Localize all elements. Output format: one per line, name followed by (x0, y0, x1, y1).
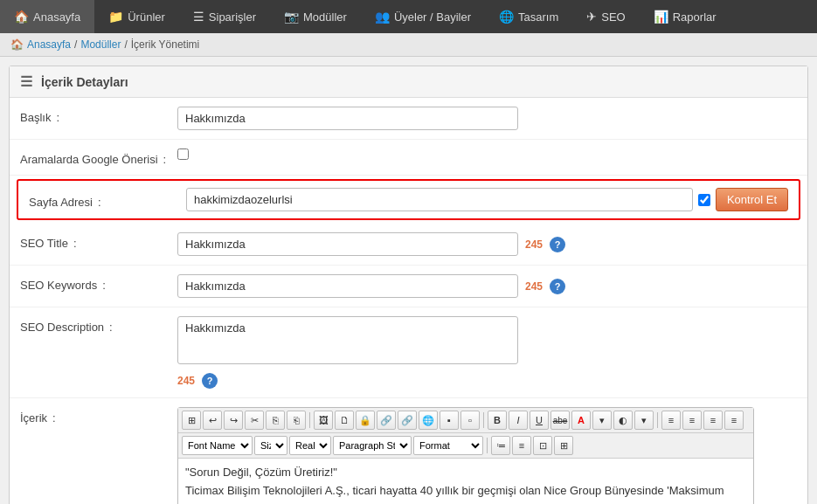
nav-moduller-label: Modüller (303, 10, 347, 24)
editor-paragraph-select[interactable]: Paragraph Sty... (333, 436, 412, 455)
main-content-panel: ☰ İçerik Detayları Başlık : Aramalarda G… (9, 66, 808, 504)
nav-raporlar-label: Raporlar (673, 10, 717, 24)
toolbar-sep-3 (657, 412, 658, 428)
editor-btn-copy[interactable]: ⎘ (266, 411, 285, 430)
editor-content-line1: "Sorun Değil, Çözüm Üretiriz!" (185, 466, 746, 479)
editor-btn-underline[interactable]: U (530, 411, 549, 430)
editor-btn-italic[interactable]: I (509, 411, 528, 430)
editor-toolbar-bottom: Font Name Size Real... Paragraph Sty... … (178, 433, 753, 459)
seo-keywords-value: 245 ? (177, 274, 797, 298)
icerik-value: ⊞ ↩ ↪ ✂ ⎘ ⎗ 🖼 🗋 🔒 🔗 🔗 🌐 ▪ ▫ B (177, 407, 797, 504)
nav-urunler-label: Ürünler (128, 10, 165, 24)
editor-btn-redo[interactable]: ↪ (224, 411, 243, 430)
nav-urunler[interactable]: 📁 Ürünler (94, 0, 179, 33)
module-icon: 📷 (284, 10, 299, 24)
seo-title-help-icon[interactable]: ? (550, 237, 565, 252)
seo-desc-row: SEO Description : 245 ? (10, 307, 807, 398)
editor-btn-bold[interactable]: B (488, 411, 507, 430)
editor-content-line2: Ticimax Bilişim Teknolojileri A.Ş., tica… (185, 484, 746, 497)
sayfa-label: Sayfa Adresi : (29, 191, 186, 209)
editor-btn-highlight[interactable]: ◐ (613, 411, 633, 430)
editor-btn-color-arrow[interactable]: ▾ (592, 411, 612, 430)
editor-btn-color[interactable]: A (571, 411, 591, 430)
editor-real-select[interactable]: Real... (289, 436, 331, 455)
seo-desc-value: 245 ? (177, 316, 797, 389)
seo-keywords-row: SEO Keywords : 245 ? (10, 266, 807, 307)
editor-btn-lock[interactable]: 🔒 (356, 411, 375, 430)
nav-seo-label: SEO (601, 10, 625, 24)
nav-uyeler-label: Üyeler / Bayiler (394, 10, 471, 24)
seo-title-value: 245 ? (177, 232, 797, 256)
sayfa-input[interactable] (186, 188, 693, 211)
seo-icon: ✈ (586, 10, 597, 24)
editor-btn-align-center[interactable]: ≡ (682, 411, 702, 430)
seo-keywords-input[interactable] (177, 274, 518, 298)
nav-siparisler[interactable]: ☰ Siparişler (179, 0, 270, 33)
users-icon: 👥 (375, 10, 390, 24)
editor-font-name-select[interactable]: Font Name (182, 436, 253, 455)
editor-btn-strikethrough[interactable]: abe (550, 411, 570, 430)
editor-wrapper: ⊞ ↩ ↪ ✂ ⎘ ⎗ 🖼 🗋 🔒 🔗 🔗 🌐 ▪ ▫ B (177, 407, 754, 504)
google-row: Aramalarda Google Önerisi : (10, 140, 807, 176)
editor-btn-indent[interactable]: ⊡ (533, 436, 552, 455)
section-header: ☰ İçerik Detayları (10, 66, 807, 98)
editor-btn-paste[interactable]: ⎗ (287, 411, 306, 430)
editor-btn-cut[interactable]: ✂ (245, 411, 264, 430)
breadcrumb-current: İçerik Yönetimi (131, 38, 199, 51)
editor-btn-align-justify[interactable]: ≡ (724, 411, 744, 430)
design-icon: 🌐 (499, 10, 514, 24)
nav-raporlar[interactable]: 📊 Raporlar (640, 0, 730, 33)
editor-format-select[interactable]: Format (413, 436, 483, 455)
seo-keywords-help-icon[interactable]: ? (550, 279, 565, 294)
baslik-row: Başlık : (10, 98, 807, 140)
editor-size-select[interactable]: Size (254, 436, 287, 455)
editor-btn-outdent[interactable]: ⊞ (554, 436, 573, 455)
editor-btn-align-right[interactable]: ≡ (703, 411, 723, 430)
google-checkbox[interactable] (177, 148, 189, 160)
seo-keywords-label: SEO Keywords : (20, 274, 177, 292)
editor-btn-link1[interactable]: 🔗 (377, 411, 396, 430)
editor-btn-block1[interactable]: ▪ (440, 411, 459, 430)
editor-btn-grid[interactable]: ⊞ (182, 411, 201, 430)
editor-btn-globe[interactable]: 🌐 (419, 411, 438, 430)
breadcrumb-anasayfa[interactable]: Anasayfa (27, 38, 71, 51)
sayfa-adresi-row: Sayfa Adresi : Kontrol Et (17, 179, 800, 220)
breadcrumb: 🏠 Anasayfa / Modüller / İçerik Yönetimi (0, 33, 817, 57)
report-icon: 📊 (654, 10, 668, 24)
baslik-input[interactable] (177, 107, 518, 130)
section-title: İçerik Detayları (41, 75, 128, 89)
editor-content-area[interactable]: "Sorun Değil, Çözüm Üretiriz!" Ticimax B… (178, 459, 753, 504)
baslik-label: Başlık : (20, 107, 177, 124)
seo-desc-textarea[interactable] (177, 316, 518, 364)
editor-btn-img2[interactable]: 🗋 (335, 411, 354, 430)
nav-siparisler-label: Siparişler (209, 10, 256, 24)
nav-anasayfa-label: Anasayfa (33, 10, 80, 24)
nav-seo[interactable]: ✈ SEO (572, 0, 639, 33)
toolbar-sep-2 (483, 412, 484, 428)
editor-btn-block2[interactable]: ▫ (460, 411, 480, 430)
seo-desc-help-icon[interactable]: ? (202, 373, 218, 389)
sayfa-value: Kontrol Et (186, 188, 788, 211)
editor-btn-undo[interactable]: ↩ (203, 411, 222, 430)
editor-toolbar-top: ⊞ ↩ ↪ ✂ ⎘ ⎗ 🖼 🗋 🔒 🔗 🔗 🌐 ▪ ▫ B (178, 408, 753, 433)
editor-btn-ol[interactable]: ≔ (491, 436, 510, 455)
toolbar-sep-4 (487, 438, 488, 453)
breadcrumb-moduller[interactable]: Modüller (80, 38, 121, 51)
kontrol-et-button[interactable]: Kontrol Et (716, 188, 788, 211)
editor-btn-align-left[interactable]: ≡ (661, 411, 681, 430)
editor-btn-highlight-arrow[interactable]: ▾ (634, 411, 654, 430)
breadcrumb-sep2: / (124, 38, 127, 51)
editor-btn-img1[interactable]: 🖼 (314, 411, 333, 430)
seo-title-input[interactable] (177, 232, 518, 256)
list-icon: ☰ (193, 10, 204, 24)
sayfa-checkbox[interactable] (698, 194, 710, 206)
editor-btn-link2[interactable]: 🔗 (398, 411, 417, 430)
nav-tasarim[interactable]: 🌐 Tasarım (485, 0, 572, 33)
nav-moduller[interactable]: 📷 Modüller (270, 0, 361, 33)
baslik-value (177, 107, 797, 130)
nav-uyeler[interactable]: 👥 Üyeler / Bayiler (361, 0, 485, 33)
nav-anasayfa[interactable]: 🏠 Anasayfa (0, 0, 94, 33)
home-icon: 🏠 (14, 10, 29, 24)
editor-btn-ul[interactable]: ≡ (512, 436, 531, 455)
seo-title-label: SEO Title : (20, 232, 177, 250)
